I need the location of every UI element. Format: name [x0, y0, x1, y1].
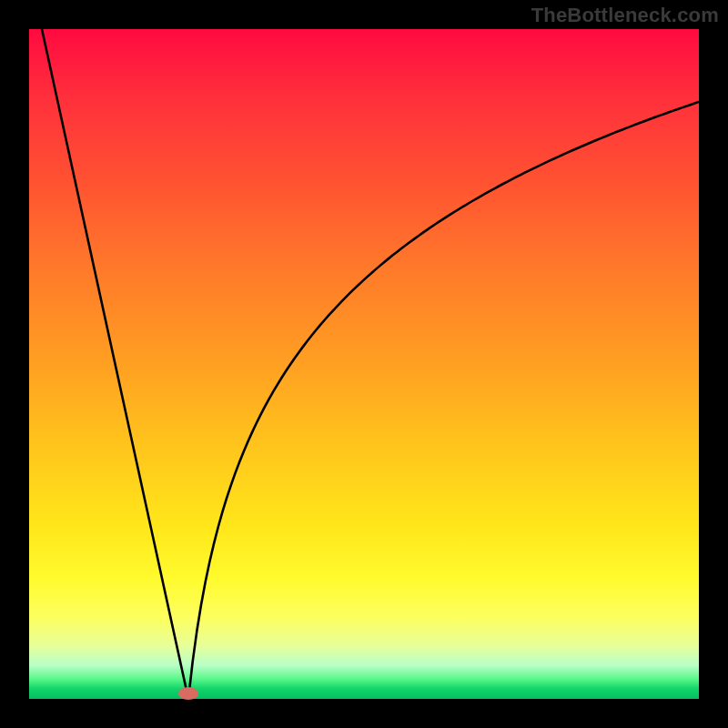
bottleneck-curve	[29, 29, 699, 699]
watermark-text: TheBottleneck.com	[531, 4, 719, 27]
plot-area	[29, 29, 699, 699]
minimum-marker	[178, 687, 198, 700]
chart-frame: TheBottleneck.com	[0, 0, 728, 728]
